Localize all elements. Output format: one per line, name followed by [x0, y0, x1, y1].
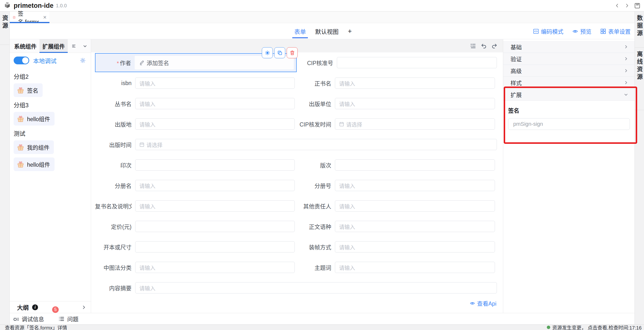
field-label: 装帧方式	[297, 243, 331, 251]
redo-icon[interactable]	[491, 43, 498, 49]
field-label: 正文语种	[297, 222, 331, 231]
gift-icon	[16, 143, 24, 151]
component-list-icon[interactable]	[71, 44, 76, 49]
app-version: 1.0.0	[56, 3, 67, 9]
form-settings-button[interactable]: 表单设置	[600, 27, 630, 35]
debug-settings-gear-icon[interactable]	[80, 57, 86, 64]
selection-actions	[262, 47, 298, 58]
field-input[interactable]	[337, 57, 497, 68]
field-input[interactable]	[135, 221, 295, 232]
status-resource-link[interactable]: 查看资源「签名.formx」详情	[5, 324, 67, 330]
gift-icon	[16, 160, 24, 168]
problems-count-badge: 5	[52, 306, 59, 313]
component-card[interactable]: 签名	[14, 83, 42, 97]
outline-tree-icon[interactable]	[470, 43, 476, 49]
field-placeholder: 请输入	[139, 182, 156, 189]
form-row: 丛书名请输入出版单位请输入	[95, 93, 497, 114]
form-row: 开本或尺寸装帧方式请输入	[95, 237, 497, 257]
field-input[interactable]: 请输入	[335, 180, 495, 191]
form-row: 复书名及说明文字请输入其他责任人请输入	[95, 196, 497, 216]
field-placeholder: 请输入	[339, 182, 355, 189]
undo-icon[interactable]	[480, 43, 487, 49]
problems-button[interactable]: 问题	[58, 315, 78, 323]
component-groups: 分组2签名分组3hello组件测试我的组件hello组件	[10, 68, 91, 174]
view-api-link[interactable]: 查看Api	[95, 298, 497, 308]
field-label: 定价(元)	[95, 222, 132, 231]
field-input[interactable]	[135, 241, 295, 252]
field-label: 主题词	[297, 263, 331, 271]
field-input[interactable]: 请输入	[135, 200, 295, 212]
form-row: isbn请输入正书名请输入	[95, 73, 497, 93]
section-高级[interactable]: 高级	[503, 65, 634, 77]
field-input[interactable]: 请输入	[135, 118, 295, 130]
add-view-button[interactable]: +	[348, 27, 352, 35]
nav-forward-icon[interactable]	[624, 3, 630, 8]
resources-strip-item[interactable]: 资源	[0, 15, 9, 30]
component-delete-button[interactable]	[287, 47, 298, 58]
field-input[interactable]	[335, 159, 495, 171]
field-input[interactable]: 请输入	[335, 262, 495, 273]
selected-signature-component[interactable]: *作者 添加签名	[95, 53, 297, 72]
preview-button[interactable]: 预览	[572, 27, 592, 35]
field-input[interactable]: 请输入	[335, 241, 495, 252]
field-label: 其他责任人	[297, 202, 331, 210]
form-row: 出版地请输入CIP核发时间请选择	[95, 114, 497, 134]
outline-row[interactable]: 大纲 i	[10, 301, 91, 313]
app-title: primeton-ide	[14, 2, 54, 10]
file-tab-signature-formx[interactable]: 签名.formx ×	[10, 12, 50, 23]
field-input[interactable]: 请输入	[135, 78, 295, 89]
field-placeholder: 请输入	[139, 202, 156, 210]
tab-close-icon[interactable]: ×	[43, 14, 46, 20]
nav-back-icon[interactable]	[614, 3, 620, 8]
form-row: 分册名请输入分册号请输入	[95, 175, 497, 196]
right-activity-strip: 数据源 离线资源	[634, 12, 644, 324]
field-input[interactable]: 请输入	[335, 78, 495, 89]
chevron-right-icon	[624, 44, 628, 49]
form-row: *作者 添加签名 CIP核准号	[95, 52, 497, 73]
date-field-input[interactable]: 请选择	[335, 118, 495, 130]
extension-field-input[interactable]: pmSign-sign	[508, 118, 630, 130]
section-extension[interactable]: 扩展	[503, 89, 634, 101]
section-样式[interactable]: 样式	[503, 77, 634, 89]
chevron-right-icon	[624, 80, 628, 85]
offline-resources-strip-item[interactable]: 离线资源	[635, 51, 644, 81]
datasource-strip-item[interactable]: 数据源	[635, 15, 644, 38]
field-input[interactable]: 请输入	[135, 262, 295, 273]
tab-default-view[interactable]: 默认视图	[315, 23, 338, 39]
field-input[interactable]: 请输入	[135, 180, 295, 191]
field-label: 出版单位	[297, 99, 331, 108]
debug-info-button[interactable]: 调试信息	[13, 315, 44, 323]
chevron-right-icon[interactable]	[81, 305, 86, 310]
form-canvas: *作者 添加签名 CIP核准号	[91, 39, 503, 313]
tab-form[interactable]: 表单	[294, 23, 306, 39]
field-input[interactable]: 请输入	[135, 98, 295, 109]
component-card[interactable]: hello组件	[14, 157, 54, 171]
section-label: 基础	[510, 43, 522, 51]
field-input[interactable]: 请输入	[335, 98, 495, 109]
title-bar: primeton-ide 1.0.0	[0, 0, 644, 12]
tab-system-components[interactable]: 系统组件	[11, 39, 40, 53]
section-基础[interactable]: 基础	[503, 41, 634, 53]
local-debug-toggle[interactable]	[14, 57, 29, 64]
status-change-notice[interactable]: 资源发生变更， 点击查看,检查时间:17:16	[547, 324, 642, 330]
code-mode-button[interactable]: 编码模式	[533, 27, 564, 35]
field-input[interactable]: 请输入	[135, 282, 497, 293]
component-card[interactable]: hello组件	[14, 112, 54, 126]
field-placeholder: 请输入	[139, 79, 156, 87]
sidebar-collapse-icon[interactable]	[82, 44, 88, 49]
form-row: 内容摘要请输入	[95, 278, 497, 298]
tab-extension-components[interactable]: 扩展组件	[40, 39, 68, 53]
field-input[interactable]: 请输入	[335, 221, 495, 232]
save-icon[interactable]	[634, 3, 640, 9]
date-field-input[interactable]: 请选择	[135, 139, 497, 150]
component-settings-button[interactable]	[262, 47, 273, 58]
component-card[interactable]: 我的组件	[14, 140, 54, 154]
strip-divider	[635, 47, 644, 48]
field-input[interactable]	[135, 159, 295, 171]
status-change-text: 资源发生变更， 点击查看,检查时间:17:16	[552, 324, 642, 330]
field-label: isbn	[95, 80, 132, 87]
section-验证[interactable]: 验证	[503, 53, 634, 65]
component-copy-button[interactable]	[274, 47, 285, 58]
chevron-right-icon	[624, 56, 628, 61]
field-input[interactable]: 请输入	[335, 200, 495, 212]
